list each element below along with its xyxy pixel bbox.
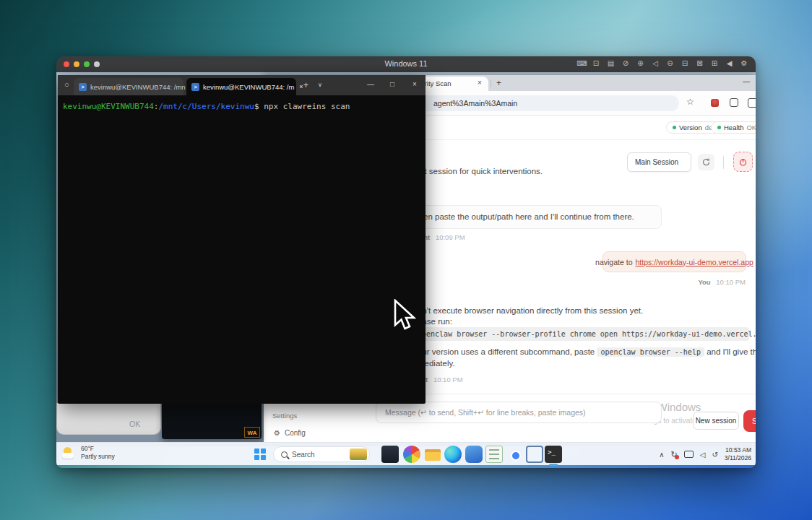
browser-minimize-button[interactable]: — [743, 77, 750, 85]
send-button[interactable]: Send [743, 410, 756, 432]
taskbar-search-input[interactable] [292, 451, 345, 459]
bookmark-star-icon[interactable]: ☆ [686, 97, 694, 107]
inline-code-chip[interactable]: openclaw browser --help [597, 347, 704, 357]
sidebar-item-config[interactable]: ⚙ Config [274, 429, 306, 437]
user-message-bubble: navigate to https://workday-ui-demo.verc… [602, 251, 746, 272]
search-icon [281, 451, 288, 458]
assistant2-line3a: our version uses a different subcommand,… [418, 347, 597, 356]
taskbar-search[interactable] [273, 446, 370, 462]
health-badge: Health OK [711, 121, 756, 134]
tab-close-icon[interactable]: × [478, 79, 482, 87]
terminal-maximize-button[interactable]: □ [390, 80, 394, 88]
network-tray-icon[interactable] [684, 451, 694, 458]
terminal-app-glyph: >_ [548, 448, 556, 456]
game-logo-badge: WA [244, 427, 260, 438]
vm-titlebar[interactable]: Windows 11 ⌨ ⊡ ▤ ⊘ ⊕ ◁ ⊖ ⊟ ⊠ ⊞ ◀ ⚙ [56, 56, 756, 72]
volume-icon[interactable]: ◁ [651, 59, 660, 67]
extensions-icon[interactable] [730, 98, 738, 107]
stop-session-button[interactable] [733, 152, 753, 172]
terminal-dropdown-icon[interactable]: ∨ [318, 82, 322, 88]
config-label: Config [285, 429, 306, 437]
ok-dialog: OK [56, 403, 161, 435]
url-input[interactable] [433, 95, 672, 111]
message-composer[interactable] [376, 402, 662, 423]
assistant2-line3: our version uses a different subcommand,… [418, 347, 756, 356]
command-code-text: penclaw browser --browser-profile chrome… [422, 330, 756, 338]
search-daily-image[interactable] [350, 448, 367, 460]
wsl-icon: > [191, 83, 199, 91]
photos-app-icon[interactable] [403, 446, 420, 463]
blue-app-icon[interactable] [465, 446, 483, 463]
assistant-meta: ant 10:09 PM [420, 233, 465, 241]
taskbar-weather-widget[interactable]: 60°F Partly sunny [62, 445, 115, 460]
session-selector-value: Main Session [635, 158, 678, 166]
mic-icon[interactable]: ⊖ [666, 59, 675, 67]
taskbar-clock[interactable]: 10:53 AM 3/11/2026 [725, 446, 751, 462]
assistant-message-fragment: at session for quick interventions. [420, 167, 543, 176]
speaker-tray-icon[interactable]: ◁ [700, 451, 706, 459]
notepad-app-icon[interactable] [485, 446, 503, 463]
mouse-cursor [392, 299, 417, 332]
network-icon[interactable]: ⊕ [636, 59, 645, 67]
health-value: OK [746, 124, 756, 131]
terminal-tab-2-close-icon[interactable]: × [299, 83, 303, 90]
start-button[interactable] [254, 448, 266, 460]
user-role-label: You [698, 278, 710, 286]
play-icon[interactable]: ◀ [725, 59, 734, 67]
settings-gear-icon[interactable]: ⚙ [740, 59, 748, 67]
gear-icon: ⚙ [274, 429, 280, 437]
ok-button[interactable]: OK [129, 420, 140, 428]
weather-description: Partly sunny [81, 453, 115, 460]
terminal-close-button[interactable]: × [413, 80, 417, 88]
file-explorer-icon[interactable] [424, 446, 441, 463]
prompt-path: /mnt/c/Users/kevinwu [158, 102, 254, 111]
taskview-icon[interactable] [381, 446, 399, 463]
sync-notification-icon[interactable]: ↻ [671, 450, 678, 459]
prompt-user: kevinwu@KEVINWUB744 [63, 102, 154, 111]
keyboard-icon[interactable]: ⌨ [577, 59, 586, 67]
version-status-dot [673, 126, 676, 129]
health-label: Health [724, 124, 743, 131]
session-selector[interactable]: Main Session [627, 152, 691, 172]
refresh-icon [701, 157, 711, 167]
sidebar-settings-label: Settings [272, 412, 297, 420]
drive-icon[interactable]: ▤ [607, 59, 616, 67]
assistant-bubble: en paste the output/path here and I'll c… [415, 205, 662, 229]
profile-icon[interactable] [748, 98, 756, 108]
windows-taskbar: 60°F Partly sunny >_ [56, 442, 756, 465]
command-code-block[interactable]: penclaw browser --browser-profile chrome… [416, 327, 749, 341]
message-input[interactable] [376, 402, 661, 422]
terminal-tab-2-label: kevinwu@KEVINWUB744: /m [203, 83, 294, 91]
window-share-icon[interactable]: ⊞ [710, 59, 719, 67]
tray-chevron-icon[interactable]: ∧ [659, 451, 664, 459]
terminal-tab-1[interactable]: > kevinwu@KEVINWUB744: /mn × [74, 78, 183, 95]
send-label: Send [752, 417, 756, 425]
terminal-tab-1-label: kevinwu@KEVINWUB744: /mn [90, 83, 186, 91]
controls-divider [723, 156, 724, 169]
terminal-new-tab-button[interactable]: + [303, 80, 308, 90]
printer-icon[interactable]: ⊟ [681, 59, 689, 67]
terminal-tabbar: ○ > kevinwu@KEVINWUB744: /mn × > kevinwu… [58, 75, 426, 95]
camera-off-icon[interactable]: ⊠ [696, 59, 704, 67]
weather-icon [62, 446, 77, 459]
weather-temperature: 60°F [81, 445, 94, 452]
background-dark-window[interactable]: WA [162, 402, 262, 439]
globe-off-icon[interactable]: ⊘ [621, 59, 630, 67]
terminal-output[interactable]: kevinwu@KEVINWUB744:/mnt/c/Users/kevinwu… [58, 95, 426, 111]
user-message-link[interactable]: https://workday-ui-demo.vercel.app [635, 258, 753, 266]
terminal-minimize-button[interactable]: — [367, 80, 374, 88]
tab-search-icon[interactable]: ○ [64, 80, 69, 89]
display-icon[interactable]: ⊡ [592, 59, 600, 67]
new-tab-button[interactable]: + [496, 78, 501, 88]
system-tray: ∧ ↻ ◁ ↺ 10:53 AM 3/11/2026 [659, 443, 751, 466]
version-label: Version [679, 124, 702, 131]
assistant2-line1: an't execute browser navigation directly… [418, 306, 643, 315]
new-session-button[interactable]: New session [693, 412, 739, 430]
terminal-app-icon[interactable]: >_ [545, 446, 562, 463]
scanner-app-icon[interactable] [526, 446, 543, 463]
terminal-tab-2[interactable]: > kevinwu@KEVINWUB744: /m × [186, 78, 296, 95]
refresh-button[interactable] [698, 154, 714, 170]
edge-browser-icon[interactable] [444, 446, 462, 463]
restart-tray-icon[interactable]: ↺ [712, 451, 717, 459]
extension-red-icon[interactable] [711, 99, 719, 107]
